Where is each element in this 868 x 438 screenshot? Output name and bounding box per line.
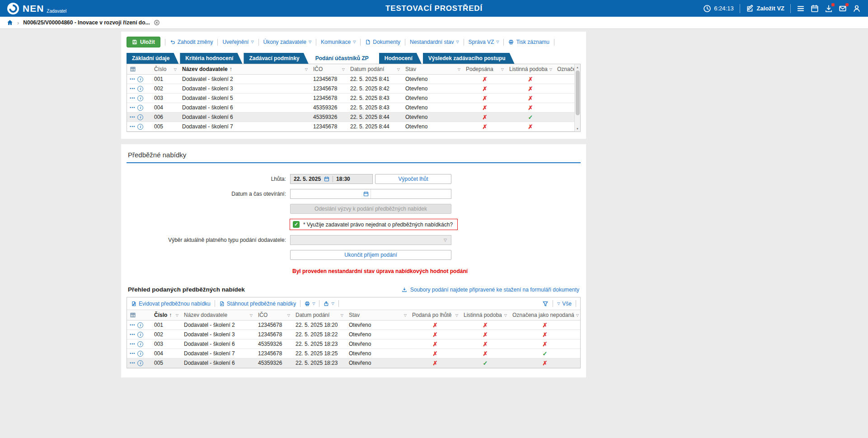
filter-icon[interactable]: ▽ (176, 313, 178, 317)
participant-row[interactable]: ••• i 005 Dodavatel - školení 7 12345678… (127, 122, 580, 132)
download-bids-button[interactable]: Stáhnout předběžné nabídky (219, 301, 296, 307)
bid-row[interactable]: ••• i 003 Dodavatel - školení 6 45359326… (127, 339, 580, 349)
column-header-late[interactable]: Podaná po lhůtě ▽ (409, 310, 461, 320)
opening-date-input[interactable] (291, 189, 371, 198)
info-icon[interactable]: i (137, 95, 143, 101)
row-menu-icon[interactable]: ••• (130, 332, 135, 337)
column-header-number[interactable]: Číslo ▽ (151, 64, 179, 74)
filter-icon[interactable]: ▽ (287, 313, 290, 317)
filter-icon[interactable]: ▽ (501, 67, 504, 71)
info-icon[interactable]: i (137, 322, 143, 328)
opening-datetime-field[interactable] (290, 189, 451, 199)
filter-icon[interactable]: ▽ (549, 67, 552, 71)
row-menu-icon[interactable]: ••• (130, 323, 135, 327)
participant-row[interactable]: ••• i 003 Dodavatel - školení 5 12345678… (127, 94, 580, 103)
filter-icon[interactable]: ▽ (305, 67, 308, 71)
tab-kriteria-hodnoceni[interactable]: Kritéria hodnocení (180, 53, 242, 64)
bid-row[interactable]: ••• i 005 Dodavatel - školení 6 45359326… (127, 358, 580, 368)
user-button[interactable] (853, 5, 861, 13)
column-header-supplier[interactable]: Název dodavatele ↑ ▽ (179, 64, 310, 74)
filter-icon[interactable]: ▽ (342, 67, 345, 71)
participant-row[interactable]: ••• i 006 Dodavatel - školení 6 45359326… (127, 113, 580, 122)
tab-vysledek[interactable]: Výsledek zadávacího postupu (423, 53, 515, 64)
column-header-date[interactable]: Datum podání ▽ (347, 64, 403, 74)
bid-row[interactable]: ••• i 002 Dodavatel - školení 3 12345678… (127, 330, 580, 339)
column-header-paper[interactable]: Listinná podoba ▽ (461, 310, 510, 320)
breadcrumb-item[interactable]: N006/25/V00004860 - Inovace v rozvoji ří… (23, 19, 150, 26)
save-button[interactable]: Uložit (127, 37, 160, 47)
column-header-ico[interactable]: IČO ▽ (310, 64, 347, 74)
home-icon[interactable] (7, 19, 13, 26)
tab-hodnoceni[interactable]: Hodnocení (379, 53, 422, 64)
create-vz-button[interactable]: Založit VZ (746, 5, 784, 13)
info-icon[interactable]: i (137, 105, 143, 111)
filter-icon[interactable]: ▽ (404, 313, 407, 317)
filter-icon[interactable]: ▽ (504, 313, 507, 317)
column-header-state[interactable]: Stav ▽ (346, 310, 409, 320)
filter-icon[interactable]: ▽ (397, 67, 400, 71)
row-menu-icon[interactable]: ••• (130, 342, 135, 346)
menu-button[interactable] (797, 5, 805, 13)
info-icon[interactable]: i (137, 86, 143, 92)
scroll-up-button[interactable]: ▲ (575, 64, 580, 70)
table-scrollbar[interactable]: ▲ ▼ (574, 64, 580, 132)
filter-icon[interactable]: ▽ (341, 313, 343, 317)
scrollbar-track[interactable] (575, 70, 580, 126)
filter-icon[interactable]: ▽ (458, 67, 460, 71)
contracting-actions-menu[interactable]: Úkony zadavatele ▽ (263, 39, 312, 45)
communication-menu[interactable]: Komunikace ▽ (321, 39, 356, 45)
row-menu-icon[interactable]: ••• (130, 77, 135, 81)
info-icon[interactable]: i (137, 114, 143, 120)
bid-row[interactable]: ••• i 001 Dodavatel - školení 2 12345678… (127, 320, 580, 330)
documents-link[interactable]: Dokumenty (365, 39, 400, 45)
column-header-ico[interactable]: IČO ▽ (255, 310, 293, 320)
participant-row[interactable]: ••• i 004 Dodavatel - školení 6 45359326… (127, 103, 580, 113)
calendar-button[interactable] (811, 5, 819, 13)
downloads-button[interactable] (825, 5, 833, 13)
print-menu[interactable]: ▽ (305, 301, 315, 306)
row-menu-icon[interactable]: ••• (130, 96, 135, 100)
nen-logo[interactable]: NEN Zadavatel (7, 3, 66, 14)
nonstandard-state-menu[interactable]: Nestandardní stav ▽ (410, 39, 459, 45)
filter-preset-select[interactable]: ▽ Vše (557, 301, 572, 307)
column-settings-button[interactable] (127, 310, 151, 320)
register-bid-button[interactable]: Evidovat předběžnou nabídku (131, 301, 211, 307)
filter-icon[interactable]: ▽ (576, 313, 579, 317)
scroll-down-button[interactable]: ▼ (575, 126, 580, 132)
compute-deadlines-button[interactable]: Výpočet lhůt (375, 174, 451, 184)
info-icon[interactable]: i (137, 332, 143, 338)
calendar-icon[interactable] (324, 176, 329, 182)
row-menu-icon[interactable]: ••• (130, 86, 135, 91)
column-settings-button[interactable] (127, 64, 151, 74)
info-icon[interactable]: i (137, 341, 143, 347)
checkbox-checked[interactable]: ✓ (293, 221, 300, 228)
column-header-date[interactable]: Datum podání ▽ (293, 310, 346, 320)
filter-icon[interactable]: ▽ (174, 67, 177, 71)
column-header-marked[interactable]: Označena jako nepodaná ▽ (510, 310, 580, 320)
row-menu-icon[interactable]: ••• (130, 124, 135, 129)
filter-icon[interactable]: ▽ (250, 313, 253, 317)
filter-icon[interactable]: ▽ (455, 313, 458, 317)
info-icon[interactable]: i (137, 351, 143, 357)
info-icon[interactable]: i (137, 76, 143, 82)
submission-files-link[interactable]: Soubory podání najdete připravené ke sta… (402, 287, 579, 293)
row-menu-icon[interactable]: ••• (130, 351, 135, 356)
column-header-number[interactable]: Číslo ↑ ▽ (151, 310, 181, 320)
tab-zakladni-udaje[interactable]: Základní údaje (127, 53, 178, 64)
end-receipt-button[interactable]: Ukončit příjem podání (290, 250, 451, 260)
column-header-signed[interactable]: Podepsána ▽ (463, 64, 507, 74)
vz-admin-menu[interactable]: Správa VZ ▽ (469, 39, 499, 45)
column-header-state[interactable]: Stav ▽ (403, 64, 463, 74)
row-menu-icon[interactable]: ••• (130, 361, 135, 365)
info-icon[interactable]: i (137, 124, 143, 130)
close-icon[interactable] (154, 19, 160, 26)
export-menu[interactable]: ▽ (324, 301, 334, 306)
print-record-link[interactable]: Tisk záznamu (508, 39, 549, 45)
tab-podani-ucastniku[interactable]: Podání účastníků ZP (310, 53, 378, 64)
discard-changes-link[interactable]: Zahodit změny (170, 39, 213, 45)
column-header-paper[interactable]: Listinná podoba ▽ (507, 64, 554, 74)
row-menu-icon[interactable]: ••• (130, 105, 135, 110)
deadline-field[interactable]: 22. 5. 2025 18:30 (290, 174, 373, 184)
tab-zadavaci-podminky[interactable]: Zadávací podmínky (244, 53, 308, 64)
bid-row[interactable]: ••• i 004 Dodavatel - školení 7 12345678… (127, 349, 580, 358)
